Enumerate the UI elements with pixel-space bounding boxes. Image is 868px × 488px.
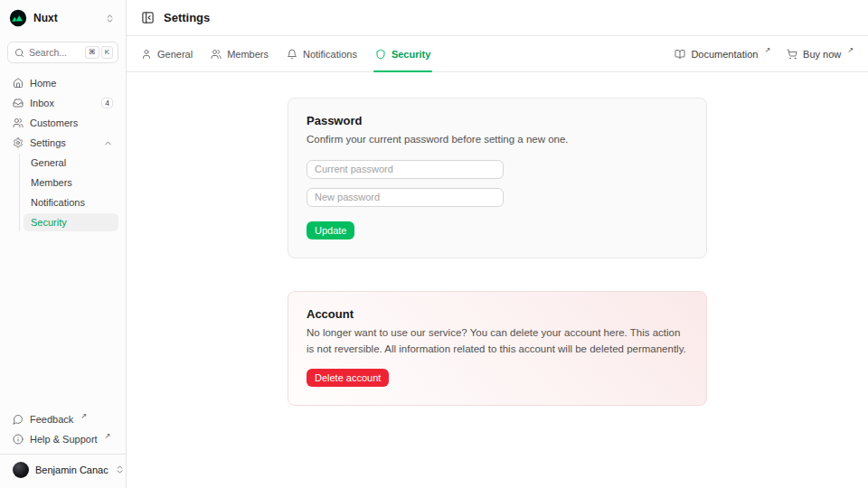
tab-label: Members <box>227 49 269 60</box>
user-menu[interactable]: Benjamin Canac <box>7 455 118 481</box>
info-icon <box>13 434 24 445</box>
main-area: Settings General Members Notifications <box>127 0 868 488</box>
settings-tabs: General Members Notifications Security <box>141 36 430 71</box>
sidebar-footer: Feedback↗ Help & Support↗ <box>7 410 118 448</box>
password-card-description: Confirm your current password before set… <box>307 132 688 148</box>
inbox-icon <box>13 98 24 108</box>
account-card-description: No longer want to use our service? You c… <box>307 325 688 358</box>
sidebar-item-label: Members <box>31 177 72 188</box>
delete-account-button[interactable]: Delete account <box>307 369 389 387</box>
tab-members[interactable]: Members <box>211 36 269 71</box>
search-placeholder: Search... <box>29 47 67 58</box>
sidebar-item-home[interactable]: Home <box>7 74 118 92</box>
tab-label: General <box>157 49 193 60</box>
sidebar-item-label: Settings <box>30 137 66 148</box>
tab-label: Notifications <box>303 49 357 60</box>
tabbar-links: Documentation↗ Buy now↗ <box>675 49 854 60</box>
buy-now-link[interactable]: Buy now↗ <box>787 49 854 60</box>
tab-label: Security <box>392 49 430 60</box>
sidebar-item-notifications[interactable]: Notifications <box>24 193 118 211</box>
tab-general[interactable]: General <box>141 36 193 71</box>
chevron-up-icon <box>103 138 113 148</box>
feedback-link[interactable]: Feedback↗ <box>7 410 118 428</box>
gear-icon <box>13 137 24 148</box>
sidebar: Nuxt Search... ⌘ K Home Inbox 4 <box>0 0 127 488</box>
home-icon <box>13 78 24 89</box>
page-header: Settings <box>127 0 868 36</box>
inbox-badge: 4 <box>101 98 113 109</box>
user-name: Benjamin Canac <box>35 465 108 475</box>
external-link-icon: ↗ <box>105 432 111 440</box>
nuxt-logo-icon <box>9 9 27 27</box>
shield-icon <box>375 49 386 60</box>
kbd-key: K <box>101 46 113 59</box>
search-icon <box>14 48 24 58</box>
sidebar-item-members[interactable]: Members <box>24 174 118 192</box>
sidebar-item-label: Home <box>30 78 56 89</box>
sidebar-spacer <box>7 231 118 410</box>
avatar <box>13 462 29 478</box>
sidebar-item-settings[interactable]: Settings <box>7 134 118 152</box>
documentation-link[interactable]: Documentation↗ <box>675 49 770 60</box>
users-icon <box>211 49 222 60</box>
account-card-title: Account <box>307 307 688 321</box>
new-password-field[interactable] <box>307 188 504 207</box>
link-label: Buy now <box>803 49 841 60</box>
sidebar-item-label: General <box>31 157 66 168</box>
sidebar-item-inbox[interactable]: Inbox 4 <box>7 94 118 112</box>
password-form: Update <box>307 160 688 239</box>
sidebar-item-label: Customers <box>30 117 78 128</box>
sidebar-item-customers[interactable]: Customers <box>7 114 118 132</box>
footer-link-label: Feedback <box>30 414 73 425</box>
external-link-icon: ↗ <box>764 46 770 54</box>
kbd-meta: ⌘ <box>85 46 99 59</box>
page-title: Settings <box>164 11 210 24</box>
tab-security[interactable]: Security <box>375 36 430 71</box>
sidebar-nav: Home Inbox 4 Customers Settings <box>7 74 118 231</box>
current-password-field[interactable] <box>307 160 504 179</box>
sidebar-item-label: Notifications <box>31 197 85 208</box>
collapse-sidebar-icon[interactable] <box>141 11 155 24</box>
settings-security-content: Password Confirm your current password b… <box>127 72 868 488</box>
account-card: Account No longer want to use our servic… <box>288 291 707 407</box>
update-password-button[interactable]: Update <box>307 221 354 239</box>
workspace-switcher[interactable]: Nuxt <box>7 7 118 29</box>
bell-icon <box>287 49 297 60</box>
search-input[interactable]: Search... ⌘ K <box>7 42 118 63</box>
chevrons-up-down-icon <box>115 465 125 474</box>
users-icon <box>13 117 24 128</box>
chevrons-up-down-icon <box>105 14 115 23</box>
external-link-icon: ↗ <box>80 412 87 420</box>
sidebar-item-label: Security <box>31 217 67 228</box>
external-link-icon: ↗ <box>847 46 854 54</box>
tab-notifications[interactable]: Notifications <box>287 36 357 71</box>
shopping-cart-icon <box>787 49 797 60</box>
sidebar-item-label: Inbox <box>30 98 54 108</box>
password-card-title: Password <box>307 114 688 127</box>
footer-link-label: Help & Support <box>30 434 98 445</box>
user-icon <box>141 49 152 60</box>
sidebar-item-security[interactable]: Security <box>24 213 118 231</box>
sidebar-item-general[interactable]: General <box>24 154 118 172</box>
book-open-icon <box>675 49 685 60</box>
tab-bar: General Members Notifications Security <box>127 36 868 72</box>
message-circle-icon <box>13 414 24 425</box>
password-card: Password Confirm your current password b… <box>288 98 707 258</box>
help-support-link[interactable]: Help & Support↗ <box>7 430 118 448</box>
search-shortcut: ⌘ K <box>85 46 113 59</box>
brand-name: Nuxt <box>33 12 58 24</box>
link-label: Documentation <box>691 49 758 60</box>
settings-subnav: General Members Notifications Security <box>19 154 118 231</box>
